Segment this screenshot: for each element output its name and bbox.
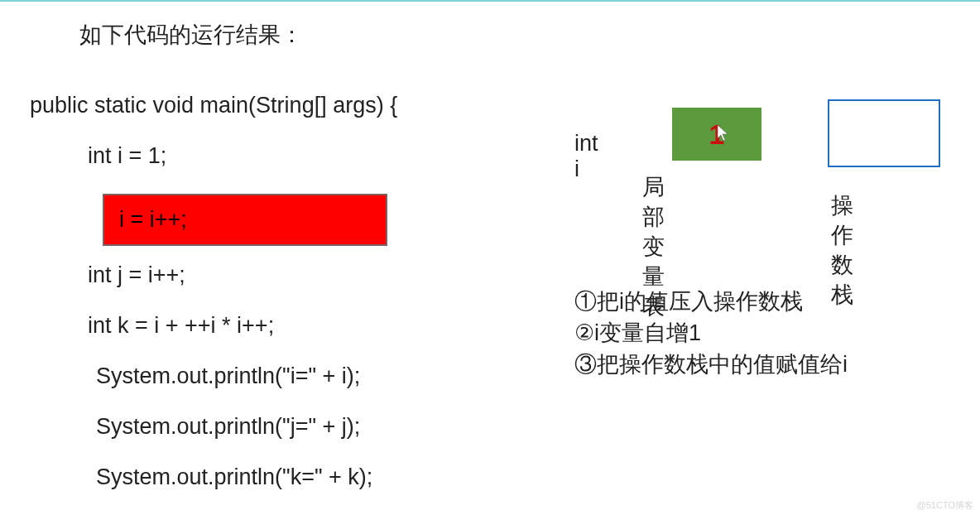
- code-line-3: int j = i++;: [30, 262, 397, 288]
- code-block: public static void main(String[] args) {…: [30, 93, 397, 515]
- local-var-box: 1: [672, 108, 761, 161]
- top-border: [0, 0, 980, 2]
- local-var-value: 1: [709, 118, 725, 151]
- step-1: ①把i的值压入操作数栈: [574, 286, 848, 318]
- variable-label: int i: [574, 131, 598, 182]
- code-line-2-highlight: i = i++;: [30, 194, 397, 246]
- step-3: ③把操作数栈中的值赋值给i: [574, 349, 848, 381]
- code-line-7: System.out.println("k=" + k);: [30, 464, 397, 490]
- step-2: ②i变量自增1: [574, 318, 848, 349]
- slide-title: 如下代码的运行结果：: [79, 20, 303, 50]
- code-line-6: System.out.println("j=" + j);: [30, 414, 397, 440]
- steps-list: ①把i的值压入操作数栈 ②i变量自增1 ③把操作数栈中的值赋值给i: [574, 286, 848, 380]
- watermark: @51CTO博客: [917, 499, 973, 512]
- operand-stack-box: [828, 99, 940, 167]
- code-signature: public static void main(String[] args) {: [30, 93, 397, 118]
- code-line-4: int k = i + ++i * i++;: [30, 313, 397, 339]
- code-line-1: int i = 1;: [30, 143, 397, 169]
- code-line-2: i = i++;: [103, 194, 387, 246]
- cursor-icon: [718, 125, 729, 142]
- code-line-5: System.out.println("i=" + i);: [30, 363, 397, 389]
